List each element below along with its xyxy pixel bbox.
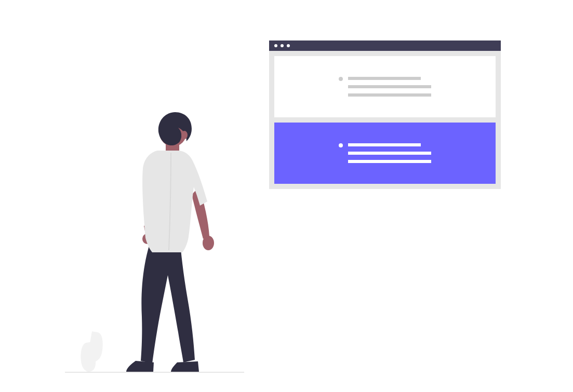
placeholder-line <box>348 143 421 146</box>
placeholder-lines <box>348 77 431 97</box>
placeholder-lines <box>348 143 431 163</box>
plant-leaf-icon <box>87 331 105 362</box>
placeholder-block <box>339 77 431 97</box>
bullet-icon <box>339 77 343 81</box>
svg-point-4 <box>181 131 188 139</box>
bullet-icon <box>339 143 343 147</box>
content-panel-accent <box>274 123 496 184</box>
window-control-dot <box>274 44 277 47</box>
browser-window <box>269 40 501 189</box>
placeholder-line <box>348 77 421 80</box>
illustration-canvas <box>0 0 573 392</box>
window-control-dot <box>281 44 284 47</box>
window-control-dot <box>287 44 290 47</box>
person-illustration <box>121 109 220 374</box>
placeholder-line <box>348 85 431 88</box>
placeholder-line <box>348 93 431 97</box>
browser-body <box>269 51 501 189</box>
placeholder-line <box>348 152 431 155</box>
content-panel-light <box>274 56 496 117</box>
placeholder-line <box>348 160 431 163</box>
placeholder-block <box>339 143 431 163</box>
browser-titlebar <box>269 40 501 51</box>
